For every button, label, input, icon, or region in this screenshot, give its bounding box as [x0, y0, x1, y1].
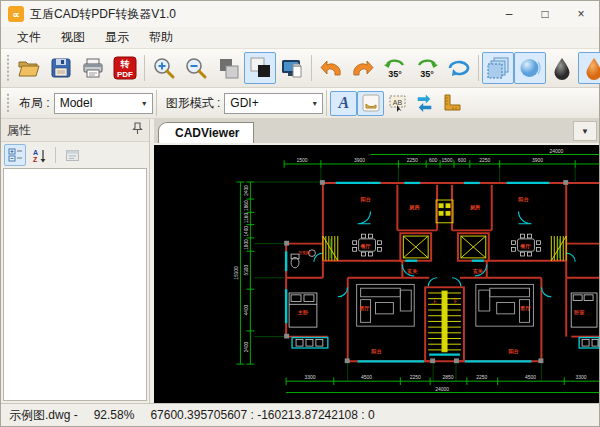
main-toolbar: 转 PDF	[1, 49, 599, 88]
page-corner-button[interactable]	[357, 91, 384, 116]
room-label: 玄关	[406, 268, 418, 274]
room-label: 阳台	[518, 196, 528, 203]
rotate-left-35-button[interactable]: 35°	[379, 52, 411, 84]
open-file-button[interactable]	[13, 52, 45, 84]
layout-select[interactable]: Model ▾	[54, 93, 153, 114]
rotate-view-button[interactable]	[443, 52, 475, 84]
open-folder-icon	[17, 56, 41, 80]
dim-text: 1160	[244, 213, 249, 223]
redo-button[interactable]	[347, 52, 379, 84]
svg-text:Z: Z	[33, 156, 38, 163]
dim-text: 600	[429, 158, 438, 163]
room-label: 卧室	[574, 309, 584, 315]
categorize-button[interactable]	[4, 144, 26, 166]
dim-text: 1860	[244, 200, 249, 211]
toolbar-gripper[interactable]	[6, 93, 10, 113]
svg-text:转: 转	[120, 59, 130, 69]
menu-display[interactable]: 显示	[95, 27, 139, 48]
convert-pdf-button[interactable]: 转 PDF	[109, 52, 141, 84]
door-arcs	[314, 211, 575, 296]
zoom-in-icon	[152, 56, 176, 80]
sort-alphabetical-button[interactable]: A Z	[28, 144, 50, 166]
screen-view-button[interactable]	[276, 52, 308, 84]
tab-cadviewer[interactable]: CADViewer	[158, 122, 254, 143]
menu-file[interactable]: 文件	[7, 27, 51, 48]
room-label: 主卧	[297, 309, 309, 315]
rotate-left-35-icon: 35°	[382, 55, 408, 81]
rotate-right-35-button[interactable]: 35°	[411, 52, 443, 84]
properties-list[interactable]	[3, 168, 147, 401]
tab-bar: CADViewer ▼	[154, 119, 599, 145]
status-zoom-level: 92.58%	[94, 408, 135, 422]
ab-select-icon: AB	[388, 93, 408, 113]
toolbar-gripper[interactable]	[6, 55, 10, 80]
dim-text: 5300	[244, 265, 249, 276]
dim-text: 1800	[244, 239, 249, 250]
zoom-out-icon	[184, 56, 208, 80]
black-drop-icon	[550, 56, 574, 80]
dim-text: 2250	[479, 158, 490, 163]
minimize-button[interactable]: –	[491, 1, 527, 27]
tab-label: CADViewer	[175, 126, 239, 140]
dim-text: 4500	[525, 375, 536, 380]
app-window: ∝ 互盾CAD转PDF转换器V1.0 – □ × 文件 视图 显示 帮助	[0, 0, 600, 427]
dim-text: 3900	[532, 158, 543, 163]
zoom-out-button[interactable]	[180, 52, 212, 84]
pin-icon[interactable]	[132, 122, 143, 138]
tab-list-button[interactable]: ▼	[573, 121, 597, 141]
print-button[interactable]	[77, 52, 109, 84]
ink-black-button[interactable]	[546, 52, 578, 84]
background-blackwhite-button[interactable]	[244, 52, 276, 84]
graphics-mode-select[interactable]: GDI+ ▾	[224, 93, 323, 114]
layers-button[interactable]	[482, 52, 514, 84]
main-area: 属性 A Z	[1, 119, 599, 403]
zoom-in-button[interactable]	[148, 52, 180, 84]
save-button[interactable]	[45, 52, 77, 84]
dim-text: 3900	[354, 158, 365, 163]
dim-text: 1500	[296, 158, 307, 163]
gray-swatch-icon	[216, 56, 240, 80]
undo-button[interactable]	[315, 52, 347, 84]
status-filename: 示例图.dwg -	[9, 407, 78, 424]
stair-label: 下	[453, 299, 458, 304]
dim-text: 2850	[443, 375, 454, 380]
menu-help[interactable]: 帮助	[139, 27, 183, 48]
ruler-icon	[441, 92, 463, 114]
render-sphere-button[interactable]	[514, 52, 546, 84]
dim-text: 1400	[244, 226, 249, 237]
printer-icon	[81, 56, 105, 80]
room-label: 客厅	[358, 305, 370, 312]
background-gray-button[interactable]	[212, 52, 244, 84]
maximize-button[interactable]: □	[527, 1, 563, 27]
menu-view[interactable]: 视图	[51, 27, 95, 48]
floor-plan-drawing: 24000 1500 3900 2250 600 1500 600 2250 3…	[154, 145, 599, 403]
ink-color-button[interactable]	[578, 52, 600, 84]
stairs-elevators	[323, 200, 566, 352]
window-controls: – □ ×	[491, 1, 599, 27]
toolbar-separator	[144, 55, 145, 81]
show-text-button[interactable]: A	[330, 91, 357, 116]
room-label: 餐厅	[519, 244, 531, 251]
dim-text: 2400	[244, 185, 249, 196]
stair-label: 上	[432, 299, 437, 304]
text-a-icon: A	[339, 94, 350, 112]
app-logo-icon: ∝	[8, 6, 24, 22]
dim-text: 24000	[549, 149, 563, 154]
window-title: 互盾CAD转PDF转换器V1.0	[30, 6, 176, 23]
panel-separator	[55, 147, 56, 163]
svg-text:A: A	[33, 149, 38, 156]
close-button[interactable]: ×	[563, 1, 599, 27]
convert-pdf-icon: 转 PDF	[113, 56, 137, 80]
svg-text:35°: 35°	[420, 69, 434, 79]
property-pages-button[interactable]	[61, 144, 83, 166]
select-text-button[interactable]: AB	[384, 91, 411, 116]
monitor-page-icon	[280, 56, 304, 80]
properties-toolbar: A Z	[1, 142, 149, 168]
layout-label: 布局 :	[19, 95, 50, 112]
swap-button[interactable]	[411, 91, 438, 116]
dim-text: 1500	[442, 158, 453, 163]
rotate-cycle-icon	[446, 55, 472, 81]
measure-button[interactable]	[438, 91, 465, 116]
dim-text: 2250	[476, 375, 487, 380]
drawing-canvas[interactable]: 24000 1500 3900 2250 600 1500 600 2250 3…	[154, 145, 599, 403]
